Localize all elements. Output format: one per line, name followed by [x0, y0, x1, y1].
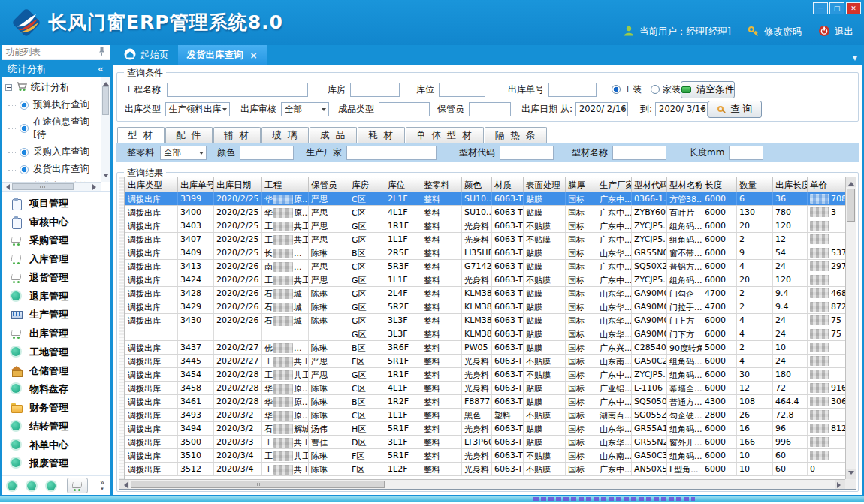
tab-shipping-outbound-query[interactable]: 发货出库查询 ×	[178, 45, 267, 65]
whole-part-select[interactable]: 全部	[160, 146, 207, 160]
table-row[interactable]: 调拨出库 3407 2020/2/25 工共工程 严思 G区 1L1F 整料 光	[125, 233, 845, 246]
location-input[interactable]	[439, 83, 485, 97]
material-tab[interactable]: 型 材	[117, 127, 165, 143]
column-header[interactable]: 数量	[737, 177, 773, 192]
minimize-button[interactable]: ─	[813, 2, 828, 14]
tree-item[interactable]: 采购入库查询	[2, 143, 101, 161]
search-button[interactable]: 查 询	[708, 101, 762, 118]
sidebar-menu-item[interactable]: 审核中心	[11, 216, 110, 229]
logout-link[interactable]: 退出	[835, 26, 853, 38]
sidebar-menu-item[interactable]: 结转管理	[11, 420, 110, 433]
column-header[interactable]: 表面处理	[524, 177, 566, 192]
table-row[interactable]: 调拨出库 3445 2020/2/27 工共工程 严思 F区 5R1F 整料 光	[125, 355, 845, 368]
pin-icon[interactable]	[98, 47, 105, 58]
radio-gongzhuang[interactable]	[612, 85, 621, 94]
order-no-input[interactable]	[548, 83, 597, 97]
table-row[interactable]: 调拨出库 3461 2020/2/28 华原... 陈琳 B区 1R2F 整料	[125, 395, 845, 409]
sidebar-menu-item[interactable]: 生产管理	[11, 308, 110, 321]
material-tab[interactable]: 隔 热 条	[485, 127, 547, 143]
material-tab[interactable]: 配 件	[165, 127, 213, 143]
column-header[interactable]: 库位	[385, 177, 421, 192]
material-tab[interactable]: 耗 材	[358, 127, 405, 143]
table-row[interactable]: 调拨出库 3494 2020/3/2 石辉城 汤伟 H区 5R1F 整料 光身料	[125, 422, 845, 436]
table-row[interactable]: 调拨出库 3430 2020/2/26 石城 陈琳 G区 3L3F 整料 KLM	[125, 314, 845, 327]
collapse-icon[interactable]: «	[98, 63, 104, 74]
table-row[interactable]: 调拨出库 3403 2020/2/25 工共工程 严思 G区 1R1F 整料 光	[125, 219, 845, 233]
material-tab[interactable]: 单 体 型 材	[406, 127, 484, 143]
product-type-input[interactable]	[379, 102, 430, 116]
material-tab[interactable]: 成 品	[310, 127, 357, 143]
tab-list-dropdown-icon[interactable]: ▼	[853, 55, 857, 62]
manufacturer-input[interactable]	[346, 146, 437, 160]
table-row[interactable]: 调拨出库 3458 2020/2/28 华原... 陈琳 C区 4L1F 整料	[125, 382, 845, 395]
vertical-scroll-thumb[interactable]	[847, 189, 855, 222]
column-header[interactable]: 单价	[808, 177, 845, 192]
column-header[interactable]: 膜厚	[566, 177, 597, 192]
tree-item[interactable]: 在途信息查询[待	[2, 113, 101, 143]
circle-icon[interactable]	[7, 481, 17, 491]
date-to-select[interactable]: 2020/ 3/16	[655, 102, 708, 116]
table-row[interactable]: 调拨出库 3500 2020/3/3 工共工程 曹佳 D区 3L1F 整料 LT	[125, 436, 845, 449]
column-header[interactable]: 材质	[492, 177, 524, 192]
column-header[interactable]: 保管员	[309, 177, 349, 192]
material-tab[interactable]: 辅 材	[213, 127, 261, 143]
profile-name-input[interactable]	[612, 146, 666, 160]
maximize-button[interactable]: □	[829, 2, 844, 14]
column-header[interactable]: 生产厂家	[597, 177, 632, 192]
sidebar-section-statistics[interactable]: 统计分析 «	[2, 60, 110, 77]
sidebar-menu-item[interactable]: 项目管理	[11, 197, 110, 210]
cart-button[interactable]	[67, 478, 88, 493]
table-row[interactable]: 调拨出库 3510 2020/3/4 工共工程 陈琳 F区 5R1F 整料 光身	[125, 449, 845, 463]
expander-icon[interactable]	[5, 84, 12, 91]
tree-vertical-scrollbar[interactable]	[101, 77, 110, 182]
sidebar-menu-item[interactable]: 入库管理	[11, 252, 110, 266]
close-button[interactable]: ✕	[846, 2, 861, 14]
table-row[interactable]: 调拨出库 3424 2020/2/26 工共工程 严思 G区 1L1F 整料 光	[125, 273, 845, 287]
date-from-select[interactable]: 2020/ 2/16	[575, 102, 628, 116]
column-header[interactable]: 工程	[262, 177, 309, 192]
table-row[interactable]: 调拨出库 3399 2020/2/25 华原... 严思 C区 2L1F 整料	[125, 192, 845, 206]
material-tab[interactable]: 玻 璃	[261, 127, 309, 143]
sidebar-menu-item[interactable]: 采购管理	[11, 234, 110, 247]
sidebar-menu-item[interactable]: 物料盘存	[11, 382, 110, 396]
sidebar-menu-item[interactable]: 工地管理	[11, 346, 110, 359]
radio-jiazhuang[interactable]	[651, 85, 660, 94]
table-row[interactable]: 调拨出库 3454 2020/2/28 工共工程 严思 G区 1R1F 整料 光	[125, 368, 845, 382]
column-header[interactable]: 颜色	[462, 177, 492, 192]
table-row[interactable]: 调拨出库 3428 2020/2/26 石城 陈琳 G区 2L4F 整料 KLM	[125, 287, 845, 300]
table-row[interactable]: 调拨出库 3493 2020/3/2 华原... 陈琳 C区 1L1F 整料 黑	[125, 409, 845, 422]
table-row[interactable]: G区 3L3F 整料 KLM3817 6063-T5 贴膜 国标 山东华...	[125, 327, 845, 341]
column-header[interactable]: 出库单号	[178, 177, 214, 192]
sidebar-menu-item[interactable]: 补单中心	[11, 439, 110, 452]
table-row[interactable]: 调拨出库 3413 2020/2/26 南... 严思 C区 5R3F 整料 G	[125, 260, 845, 273]
sidebar-menu-item[interactable]: 仓储管理	[11, 364, 110, 378]
column-header[interactable]: 库房	[349, 177, 385, 192]
tree-item[interactable]: 发货出库查询	[2, 161, 101, 178]
sidebar-menu-item[interactable]: 财务管理	[11, 401, 110, 415]
table-row[interactable]: 调拨出库 3512 2020/3/4 工共工程 陈琳 F区 1L2F 整料 光身	[125, 463, 845, 476]
column-header[interactable]: 型材代码	[632, 177, 667, 192]
sidebar-menu-item[interactable]: 报废管理	[11, 457, 110, 470]
clear-conditions-button[interactable]: 清空条件	[681, 81, 735, 98]
column-header[interactable]: 出库日期	[214, 177, 262, 192]
change-password-link[interactable]: 修改密码	[764, 26, 802, 38]
sidebar-menu-item[interactable]: 退货管理	[11, 271, 110, 285]
table-row[interactable]: 调拨出库 3400 2020/2/25 华原... 严思 C区 4L1F 整料	[125, 206, 845, 219]
project-name-input[interactable]	[167, 83, 308, 97]
close-tab-icon[interactable]: ×	[250, 50, 258, 61]
keeper-input[interactable]	[469, 102, 511, 116]
column-header[interactable]: 型材名称	[667, 177, 702, 192]
warehouse-input[interactable]	[350, 83, 400, 97]
circle-icon[interactable]	[26, 481, 37, 491]
sidebar-menu-item[interactable]: 出库管理	[11, 327, 110, 340]
grid-vertical-scrollbar[interactable]	[845, 177, 856, 479]
tree-horizontal-scrollbar[interactable]	[2, 182, 101, 191]
column-header[interactable]: 长度	[702, 177, 737, 192]
outbound-type-select[interactable]: 生产领料出库	[165, 102, 230, 116]
sidebar-menu-item[interactable]: 退库管理	[11, 290, 110, 303]
length-input[interactable]	[729, 146, 763, 160]
column-header[interactable]: 整零料	[421, 177, 462, 192]
table-row[interactable]: 调拨出库 3409 2020/2/25 长... 陈琳 B区 2R5F 整料 L	[125, 246, 845, 260]
column-header[interactable]: 出库类型	[125, 177, 178, 192]
profile-code-input[interactable]	[500, 146, 554, 160]
